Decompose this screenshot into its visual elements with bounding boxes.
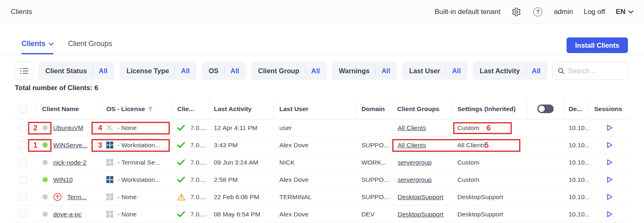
last-user-cell: user [274, 119, 356, 136]
last-activity-cell: 12 Apr 4:11 PM [209, 119, 274, 136]
de-cell: 10.10... [564, 119, 589, 136]
tenant-name: Built-in default tenant [435, 8, 501, 16]
tab-client-groups[interactable]: Client Groups [68, 39, 112, 54]
table-body: UbuntuVM - None 7.0.... 12 Apr 4:11 PM u… [15, 119, 629, 223]
last-user-cell: Alex Dove [274, 137, 356, 153]
row-checkbox[interactable] [19, 142, 27, 149]
client-group-link[interactable]: DesktopSupport [398, 211, 443, 218]
client-group-link[interactable]: All Clients [398, 142, 426, 149]
play-session-icon[interactable] [605, 193, 613, 201]
column-sessions[interactable]: Sessions [589, 99, 629, 119]
last-activity-cell: 2:58 PM [209, 171, 274, 188]
filter-chip-client-status[interactable]: Client StatusAll [38, 62, 115, 80]
play-session-icon[interactable] [605, 124, 613, 132]
topbar-right: Built-in default tenant ? admin Log off … [435, 7, 633, 17]
username: admin [554, 8, 573, 16]
language-selector[interactable]: EN [616, 8, 633, 16]
play-session-icon[interactable] [605, 176, 613, 184]
client-group-link[interactable]: DesktopSupport [398, 193, 443, 201]
table-header: Client Name OS - License Clie... Last Ac… [15, 99, 629, 119]
play-session-icon[interactable] [605, 210, 613, 218]
last-activity-cell: 3:43 PM [209, 137, 274, 153]
play-session-icon[interactable] [605, 141, 613, 149]
clients-table: Client Name OS - License Clie... Last Ac… [15, 99, 629, 223]
client-group-link[interactable]: All Clients [398, 124, 426, 132]
column-toggle-switch[interactable] [537, 105, 554, 113]
table-row: UbuntuVM - None 7.0.... 12 Apr 4:11 PM u… [15, 119, 629, 137]
last-activity-cell: 08 May 6:54 PM [209, 206, 274, 223]
search-box [553, 62, 628, 80]
client-name-link[interactable]: UbuntuVM [53, 124, 83, 132]
install-clients-button[interactable]: Install Clients [567, 37, 628, 53]
row-checkbox[interactable] [19, 159, 27, 166]
row-checkbox[interactable] [19, 124, 27, 132]
column-settings-inherited[interactable]: Settings (Inherited) [452, 99, 528, 119]
search-input[interactable] [568, 67, 623, 75]
last-activity-cell: 09 Jun 3:24 AM [209, 154, 274, 171]
select-all-checkbox[interactable] [19, 105, 27, 113]
row-checkbox[interactable] [19, 193, 27, 201]
filter-chip-last-activity[interactable]: Last ActivityAll [473, 62, 548, 80]
column-last-activity[interactable]: Last Activity [209, 99, 274, 119]
status-dot [42, 177, 48, 182]
total-clients-count: Total number of Clients: 6 [15, 84, 98, 92]
domain-cell: SUPPO... [356, 137, 392, 153]
client-group-link[interactable]: servergroup [398, 159, 432, 166]
table-row: WINServe... - Workstation... 7.0.... 3:4… [15, 137, 629, 154]
column-os-license[interactable]: OS - License [101, 99, 172, 119]
tab-clients[interactable]: Clients [21, 39, 54, 54]
top-bar: Clients Built-in default tenant ? admin … [0, 0, 644, 24]
chevron-down-icon [49, 42, 54, 46]
os-icon [106, 211, 113, 218]
column-client-version[interactable]: Clie... [172, 99, 209, 119]
chevron-down-icon [628, 10, 633, 14]
filter-chip-last-user[interactable]: Last UserAll [402, 62, 468, 80]
status-dot [42, 142, 48, 148]
last-user-cell: TERMINAL [274, 188, 356, 205]
play-session-icon[interactable] [605, 158, 613, 166]
license-text: - None [117, 211, 137, 218]
filter-chip-license-type[interactable]: License TypeAll [119, 62, 197, 80]
status-dot [42, 125, 48, 130]
list-view-icon[interactable] [15, 62, 33, 80]
client-name-link[interactable]: WIN10 [53, 176, 73, 184]
client-name-link[interactable]: nick-node-2 [53, 159, 87, 166]
health-status-icon [177, 142, 185, 149]
page-title: Clients [11, 8, 32, 16]
client-name-link[interactable]: dove-a-pc [53, 211, 82, 218]
settings-inherited-cell: All Clients [452, 137, 528, 153]
last-activity-cell: 22 Feb 6:06 PM [209, 188, 274, 205]
health-status-icon [177, 193, 185, 201]
filter-chip-warnings[interactable]: WarningsAll [332, 62, 397, 80]
log-off-link[interactable]: Log off [584, 8, 605, 16]
client-version-text: 7.0.... [190, 211, 206, 218]
sort-ascending-icon [148, 106, 153, 112]
column-client-name[interactable]: Client Name [37, 99, 101, 119]
help-icon[interactable]: ? [532, 7, 543, 17]
filter-chip-client-group[interactable]: Client GroupAll [251, 62, 327, 80]
client-name-link[interactable]: Term... [67, 193, 87, 201]
os-icon [106, 193, 113, 200]
license-text: - Workstation... [117, 142, 160, 149]
filter-chip-os[interactable]: OSAll [201, 62, 246, 80]
table-row: nick-node-2 - Terminal Se... 7.0.... 09 … [15, 154, 629, 171]
column-domain[interactable]: Domain [356, 99, 392, 119]
os-icon [106, 124, 113, 131]
last-user-cell: Alex Dove [274, 206, 356, 223]
de-cell: 10.10... [564, 188, 589, 205]
domain-cell: SUPPO... [356, 171, 392, 188]
settings-inherited-cell: DesktopSupport [452, 206, 528, 223]
os-icon [106, 176, 113, 183]
client-group-link[interactable]: servergroup [398, 176, 432, 184]
column-de[interactable]: De... [564, 99, 589, 119]
license-text: - Terminal Se... [117, 159, 160, 166]
client-name-link[interactable]: WINServe... [53, 142, 88, 149]
license-text: - Workstation... [117, 176, 160, 184]
column-last-user[interactable]: Last User [274, 99, 356, 119]
row-checkbox[interactable] [19, 211, 27, 218]
row-checkbox[interactable] [19, 176, 27, 184]
client-version-text: 7.0.... [190, 124, 206, 132]
settings-gear-icon[interactable] [511, 7, 522, 17]
column-client-groups[interactable]: Client Groups [392, 99, 452, 119]
domain-cell: WORK... [356, 154, 392, 171]
